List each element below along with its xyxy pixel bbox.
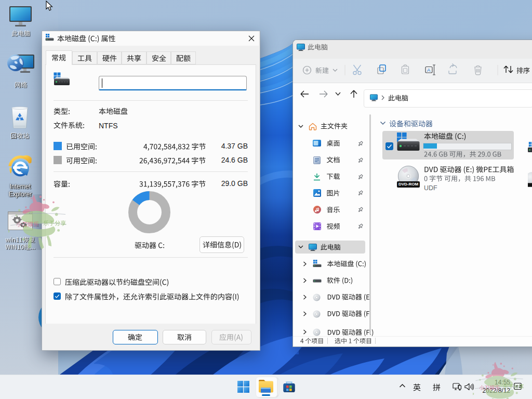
svg-text:A: A <box>427 67 431 73</box>
